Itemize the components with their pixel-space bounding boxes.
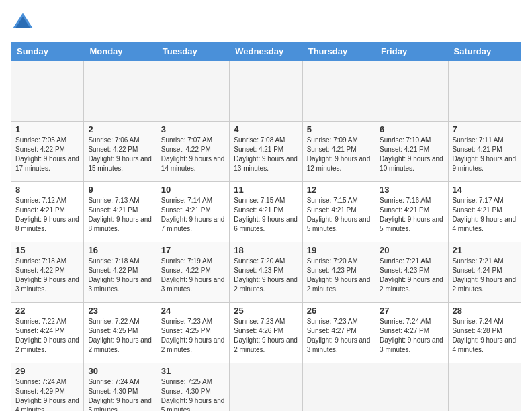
day-number: 9 <box>88 185 152 195</box>
calendar-cell <box>448 363 521 412</box>
calendar-cell: 14Sunrise: 7:17 AMSunset: 4:21 PMDayligh… <box>448 182 521 242</box>
calendar-cell: 23Sunrise: 7:22 AMSunset: 4:25 PMDayligh… <box>84 303 157 363</box>
day-number: 16 <box>88 245 152 255</box>
day-number: 2 <box>88 124 152 134</box>
day-info: Sunrise: 7:22 AMSunset: 4:25 PMDaylight:… <box>88 317 152 355</box>
calendar-cell <box>230 363 302 412</box>
calendar-cell: 19Sunrise: 7:20 AMSunset: 4:23 PMDayligh… <box>302 242 375 303</box>
day-number: 14 <box>453 185 517 195</box>
calendar-cell: 10Sunrise: 7:14 AMSunset: 4:21 PMDayligh… <box>157 182 229 242</box>
calendar-cell: 17Sunrise: 7:19 AMSunset: 4:22 PMDayligh… <box>157 242 229 303</box>
calendar-cell: 7Sunrise: 7:11 AMSunset: 4:21 PMDaylight… <box>448 122 521 182</box>
day-info: Sunrise: 7:21 AMSunset: 4:23 PMDaylight:… <box>380 257 443 294</box>
day-info: Sunrise: 7:11 AMSunset: 4:21 PMDaylight:… <box>453 136 517 173</box>
day-number: 1 <box>15 124 79 134</box>
week-row-3: 8Sunrise: 7:12 AMSunset: 4:21 PMDaylight… <box>11 182 521 242</box>
calendar-cell <box>302 61 375 122</box>
day-header-sunday: Sunday <box>11 42 84 61</box>
calendar-cell: 28Sunrise: 7:24 AMSunset: 4:28 PMDayligh… <box>448 303 521 363</box>
day-info: Sunrise: 7:17 AMSunset: 4:21 PMDaylight:… <box>453 196 517 234</box>
calendar-cell: 13Sunrise: 7:16 AMSunset: 4:21 PMDayligh… <box>375 182 448 242</box>
day-info: Sunrise: 7:06 AMSunset: 4:22 PMDaylight:… <box>88 136 152 173</box>
day-number: 24 <box>161 306 225 316</box>
day-info: Sunrise: 7:23 AMSunset: 4:26 PMDaylight:… <box>234 317 298 355</box>
calendar-cell <box>157 61 229 122</box>
week-row-2: 1Sunrise: 7:05 AMSunset: 4:22 PMDaylight… <box>11 122 521 182</box>
day-info: Sunrise: 7:22 AMSunset: 4:24 PMDaylight:… <box>15 317 79 355</box>
page-header <box>11 11 521 35</box>
day-number: 13 <box>380 185 443 195</box>
day-info: Sunrise: 7:15 AMSunset: 4:21 PMDaylight:… <box>307 196 371 234</box>
day-number: 27 <box>380 306 443 316</box>
day-header-wednesday: Wednesday <box>230 42 302 61</box>
calendar-cell: 2Sunrise: 7:06 AMSunset: 4:22 PMDaylight… <box>84 122 157 182</box>
day-info: Sunrise: 7:15 AMSunset: 4:21 PMDaylight:… <box>234 196 298 234</box>
day-info: Sunrise: 7:07 AMSunset: 4:22 PMDaylight:… <box>161 136 225 173</box>
day-number: 23 <box>88 306 152 316</box>
calendar-cell: 21Sunrise: 7:21 AMSunset: 4:24 PMDayligh… <box>448 242 521 303</box>
day-number: 4 <box>234 124 298 134</box>
calendar-cell: 8Sunrise: 7:12 AMSunset: 4:21 PMDaylight… <box>11 182 84 242</box>
calendar-cell <box>11 61 84 122</box>
day-info: Sunrise: 7:25 AMSunset: 4:30 PMDaylight:… <box>161 377 225 411</box>
calendar-cell: 15Sunrise: 7:18 AMSunset: 4:22 PMDayligh… <box>11 242 84 303</box>
logo <box>11 11 38 35</box>
day-info: Sunrise: 7:13 AMSunset: 4:21 PMDaylight:… <box>88 196 152 234</box>
calendar-cell: 26Sunrise: 7:23 AMSunset: 4:27 PMDayligh… <box>302 303 375 363</box>
day-info: Sunrise: 7:24 AMSunset: 4:29 PMDaylight:… <box>15 377 79 411</box>
calendar-cell <box>375 363 448 412</box>
day-info: Sunrise: 7:24 AMSunset: 4:27 PMDaylight:… <box>380 317 443 355</box>
day-number: 12 <box>307 185 371 195</box>
calendar-cell: 29Sunrise: 7:24 AMSunset: 4:29 PMDayligh… <box>11 363 84 412</box>
calendar-cell: 22Sunrise: 7:22 AMSunset: 4:24 PMDayligh… <box>11 303 84 363</box>
calendar-cell: 5Sunrise: 7:09 AMSunset: 4:21 PMDaylight… <box>302 122 375 182</box>
day-info: Sunrise: 7:05 AMSunset: 4:22 PMDaylight:… <box>15 136 79 173</box>
day-header-friday: Friday <box>375 42 448 61</box>
calendar-cell <box>302 363 375 412</box>
day-info: Sunrise: 7:09 AMSunset: 4:21 PMDaylight:… <box>307 136 371 173</box>
calendar-cell: 9Sunrise: 7:13 AMSunset: 4:21 PMDaylight… <box>84 182 157 242</box>
day-info: Sunrise: 7:24 AMSunset: 4:30 PMDaylight:… <box>88 377 152 411</box>
day-info: Sunrise: 7:20 AMSunset: 4:23 PMDaylight:… <box>307 257 371 294</box>
week-row-5: 22Sunrise: 7:22 AMSunset: 4:24 PMDayligh… <box>11 303 521 363</box>
calendar: SundayMondayTuesdayWednesdayThursdayFrid… <box>11 42 521 411</box>
calendar-cell: 27Sunrise: 7:24 AMSunset: 4:27 PMDayligh… <box>375 303 448 363</box>
day-number: 3 <box>161 124 225 134</box>
calendar-cell: 11Sunrise: 7:15 AMSunset: 4:21 PMDayligh… <box>230 182 302 242</box>
day-number: 22 <box>15 306 79 316</box>
day-info: Sunrise: 7:12 AMSunset: 4:21 PMDaylight:… <box>15 196 79 234</box>
day-number: 5 <box>307 124 371 134</box>
day-header-saturday: Saturday <box>448 42 521 61</box>
calendar-cell <box>375 61 448 122</box>
calendar-cell: 3Sunrise: 7:07 AMSunset: 4:22 PMDaylight… <box>157 122 229 182</box>
calendar-cell: 4Sunrise: 7:08 AMSunset: 4:21 PMDaylight… <box>230 122 302 182</box>
calendar-cell: 12Sunrise: 7:15 AMSunset: 4:21 PMDayligh… <box>302 182 375 242</box>
day-number: 19 <box>307 245 371 255</box>
day-header-monday: Monday <box>84 42 157 61</box>
day-info: Sunrise: 7:10 AMSunset: 4:21 PMDaylight:… <box>380 136 443 173</box>
day-number: 18 <box>234 245 298 255</box>
calendar-cell: 1Sunrise: 7:05 AMSunset: 4:22 PMDaylight… <box>11 122 84 182</box>
day-number: 7 <box>453 124 517 134</box>
day-number: 6 <box>380 124 443 134</box>
calendar-cell: 18Sunrise: 7:20 AMSunset: 4:23 PMDayligh… <box>230 242 302 303</box>
day-number: 30 <box>88 366 152 376</box>
week-row-6: 29Sunrise: 7:24 AMSunset: 4:29 PMDayligh… <box>11 363 521 412</box>
logo-icon <box>11 11 35 35</box>
day-header-tuesday: Tuesday <box>157 42 229 61</box>
calendar-cell <box>448 61 521 122</box>
week-row-1 <box>11 61 521 122</box>
day-number: 17 <box>161 245 225 255</box>
day-number: 10 <box>161 185 225 195</box>
calendar-cell: 20Sunrise: 7:21 AMSunset: 4:23 PMDayligh… <box>375 242 448 303</box>
calendar-cell <box>84 61 157 122</box>
day-info: Sunrise: 7:18 AMSunset: 4:22 PMDaylight:… <box>15 257 79 294</box>
calendar-cell: 31Sunrise: 7:25 AMSunset: 4:30 PMDayligh… <box>157 363 229 412</box>
day-info: Sunrise: 7:23 AMSunset: 4:25 PMDaylight:… <box>161 317 225 355</box>
calendar-cell: 24Sunrise: 7:23 AMSunset: 4:25 PMDayligh… <box>157 303 229 363</box>
day-info: Sunrise: 7:23 AMSunset: 4:27 PMDaylight:… <box>307 317 371 355</box>
calendar-cell: 6Sunrise: 7:10 AMSunset: 4:21 PMDaylight… <box>375 122 448 182</box>
day-number: 21 <box>453 245 517 255</box>
day-number: 31 <box>161 366 225 376</box>
days-header-row: SundayMondayTuesdayWednesdayThursdayFrid… <box>11 42 521 61</box>
